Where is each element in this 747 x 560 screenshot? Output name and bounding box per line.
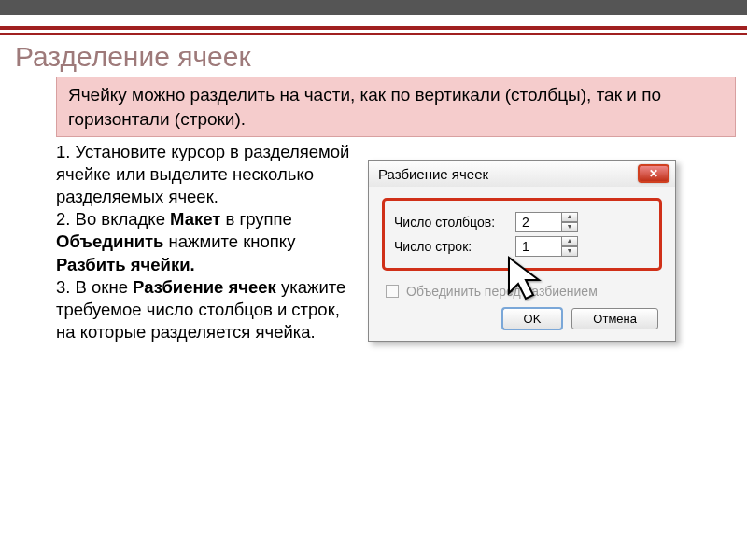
close-icon: ✕ (649, 167, 658, 180)
checkbox-label: Объединить перед разбиением (406, 284, 598, 299)
step-2-e: нажмите кнопку (163, 231, 295, 251)
spinner-down-icon[interactable]: ▼ (561, 222, 578, 232)
top-bar (0, 0, 747, 15)
columns-spinner[interactable]: ▲ ▼ (561, 212, 578, 232)
merge-before-checkbox[interactable] (386, 285, 399, 298)
slide-title: Разделение ячеек (0, 35, 747, 77)
step-2-d: Объединить (56, 231, 163, 251)
step-3-a: 3. В окне (56, 277, 133, 297)
split-cells-dialog: Разбиение ячеек ✕ Число столбцов: 2 ▲ ▼ (368, 160, 676, 342)
step-3-b: Разбиение ячеек (133, 277, 276, 297)
step-1: 1. Установите курсор в разделяемой ячейк… (56, 142, 349, 206)
rows-label: Число строк: (394, 239, 515, 254)
close-button[interactable]: ✕ (638, 164, 669, 183)
dialog-title-text: Разбиение ячеек (378, 166, 488, 182)
step-2-f: Разбить ячейки. (56, 255, 195, 274)
step-2-b: Макет (170, 209, 220, 229)
rows-input[interactable]: 1 (515, 236, 562, 257)
steps-text: 1. Установите курсор в разделяемой ячейк… (56, 141, 355, 343)
columns-input[interactable]: 2 (515, 212, 562, 232)
columns-label: Число столбцов: (394, 215, 515, 230)
cancel-button[interactable]: Отмена (571, 308, 658, 329)
step-2-c: в группе (220, 209, 292, 229)
spinner-up-icon[interactable]: ▲ (561, 236, 578, 246)
spinner-down-icon[interactable]: ▼ (561, 246, 578, 257)
ok-button[interactable]: OK (502, 308, 563, 329)
step-2-a: 2. Во вкладке (56, 209, 170, 229)
highlighted-fields: Число столбцов: 2 ▲ ▼ Число строк: 1 ▲ ▼ (382, 198, 662, 271)
highlight-box: Ячейку можно разделить на части, как по … (56, 77, 736, 137)
rows-spinner[interactable]: ▲ ▼ (561, 236, 578, 257)
spinner-up-icon[interactable]: ▲ (561, 212, 578, 222)
